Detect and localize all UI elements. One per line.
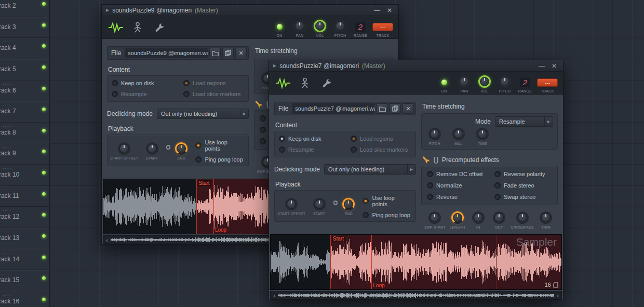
track-row[interactable]: ....Track 11 bbox=[0, 186, 50, 207]
radio-normalize[interactable]: Normalize bbox=[427, 182, 494, 189]
tab-sample[interactable] bbox=[272, 72, 294, 95]
start-knob-group[interactable]: START bbox=[311, 198, 328, 216]
start-offset-knob-group[interactable]: START OFFSET bbox=[278, 198, 305, 216]
track-button[interactable]: --- bbox=[537, 78, 558, 87]
pitch-knob-group[interactable]: PITCH bbox=[495, 73, 514, 93]
length-display[interactable]: 16 bbox=[545, 282, 558, 288]
radio-use-loop-points[interactable]: Use loop points bbox=[195, 139, 243, 152]
on-led-group[interactable]: ON bbox=[270, 17, 289, 37]
range-display-group[interactable]: 2 RANGE bbox=[516, 73, 534, 93]
in-knob[interactable] bbox=[474, 213, 483, 222]
pitch-knob[interactable] bbox=[336, 21, 345, 31]
loop-marker[interactable]: Loop bbox=[213, 179, 214, 234]
track-row[interactable]: ....Track 5 bbox=[0, 59, 50, 81]
minimize-button[interactable]: — bbox=[537, 62, 546, 70]
on-led[interactable] bbox=[441, 79, 447, 85]
track-row[interactable]: ....Track 16 bbox=[0, 291, 50, 307]
pan-knob-group[interactable]: PAN bbox=[455, 73, 474, 93]
pan-knob-group[interactable]: PAN bbox=[290, 17, 309, 37]
radio-ping-pong-loop[interactable]: Ping pong loop bbox=[363, 212, 410, 218]
start-knob-group[interactable]: START bbox=[143, 142, 161, 160]
collapse-arrow-icon[interactable]: ▶ bbox=[273, 63, 276, 68]
tab-instrument[interactable] bbox=[127, 16, 149, 39]
tempo-sync-icon[interactable] bbox=[333, 201, 338, 205]
collapse-arrow-icon[interactable]: ▶ bbox=[106, 8, 109, 12]
track-row[interactable]: ....Track 13 bbox=[0, 228, 50, 249]
end-knob-group[interactable]: END bbox=[172, 142, 190, 160]
end-knob[interactable] bbox=[177, 144, 186, 153]
track-row[interactable]: ....Track 2 bbox=[0, 0, 50, 17]
vol-knob[interactable] bbox=[315, 21, 325, 31]
pan-knob[interactable] bbox=[460, 77, 469, 86]
radio-load-slice-markers[interactable]: Load slice markers bbox=[351, 146, 411, 153]
ts-mul-knob-group[interactable]: MUL bbox=[450, 128, 467, 145]
start-marker[interactable]: Start bbox=[330, 235, 331, 289]
close-button[interactable]: ✕ bbox=[549, 62, 559, 70]
track-mute-led[interactable] bbox=[42, 65, 46, 69]
declicking-dropdown[interactable]: Out only (no bleeding) ▸ bbox=[324, 164, 416, 175]
declicking-dropdown[interactable]: Out only (no bleeding) ▸ bbox=[157, 109, 249, 119]
out-knob-group[interactable]: OUT bbox=[490, 211, 508, 229]
radio-load-slice-markers[interactable]: Load slice markers bbox=[183, 91, 244, 97]
track-row[interactable]: ....Track 10 bbox=[0, 165, 50, 186]
radio-use-loop-points[interactable]: Use loop points bbox=[363, 195, 410, 207]
end-knob[interactable] bbox=[344, 199, 353, 209]
tab-instrument[interactable] bbox=[294, 72, 316, 95]
scroll-left-icon[interactable]: ‹ bbox=[103, 237, 111, 243]
open-file-button[interactable] bbox=[209, 48, 221, 58]
track-mute-led[interactable] bbox=[42, 23, 46, 27]
radio-swap-stereo[interactable]: Swap stereo bbox=[494, 194, 552, 200]
ts-time-knob-group[interactable]: TIME bbox=[474, 128, 491, 145]
track-mute-led[interactable] bbox=[42, 192, 46, 196]
ts-time-knob[interactable] bbox=[478, 129, 487, 139]
track-mute-led[interactable] bbox=[42, 298, 46, 301]
tempo-sync-icon[interactable] bbox=[166, 145, 171, 150]
titlebar[interactable]: ▶ soundsPuzzle7 @imagomeri (Master) — ✕ bbox=[269, 60, 563, 72]
track-button-group[interactable]: --- TRACK bbox=[371, 17, 394, 37]
track-row[interactable]: ....Track 9 bbox=[0, 143, 50, 165]
track-mute-led[interactable] bbox=[42, 129, 46, 132]
smp-start-knob-group[interactable]: SMP START bbox=[424, 211, 446, 229]
track-button-group[interactable]: --- TRACK bbox=[536, 73, 559, 93]
end-knob-group[interactable]: END bbox=[340, 198, 357, 216]
scrollbar-thumbnail[interactable] bbox=[278, 292, 554, 299]
range-value[interactable]: 2 bbox=[355, 22, 366, 32]
vol-knob[interactable] bbox=[480, 77, 489, 86]
track-mute-led[interactable] bbox=[42, 234, 46, 238]
track-button[interactable]: --- bbox=[372, 23, 393, 31]
scroll-left-icon[interactable]: ‹ bbox=[271, 292, 278, 299]
trim-knob-group[interactable]: TRIM bbox=[537, 211, 555, 229]
radio-load-regions[interactable]: Load regions bbox=[351, 136, 411, 142]
pan-knob[interactable] bbox=[295, 21, 304, 31]
radio-keep-on-disk[interactable]: Keep on disk bbox=[112, 80, 183, 86]
radio-ping-pong-loop[interactable]: Ping pong loop bbox=[195, 156, 243, 163]
radio-load-regions[interactable]: Load regions bbox=[183, 80, 244, 86]
sampler-window-soundspuzzle7[interactable]: ▶ soundsPuzzle7 @imagomeri (Master) — ✕ bbox=[269, 60, 564, 300]
start-offset-knob-group[interactable]: START OFFSET bbox=[111, 142, 138, 160]
ts-pitch-knob-group[interactable]: PITCH bbox=[426, 128, 444, 145]
tab-sample[interactable] bbox=[105, 16, 127, 39]
clear-sample-button[interactable]: ✕ bbox=[235, 48, 247, 58]
vol-knob-group[interactable]: VOL bbox=[475, 73, 494, 93]
stretch-mode-dropdown[interactable]: Resample ▸ bbox=[495, 116, 553, 127]
track-mute-led[interactable] bbox=[42, 256, 46, 259]
scroll-right-icon[interactable]: › bbox=[554, 292, 561, 299]
copy-sample-button[interactable] bbox=[222, 48, 234, 58]
ts-pitch-knob[interactable] bbox=[430, 129, 439, 139]
vol-knob-group[interactable]: VOL bbox=[311, 17, 329, 37]
out-knob[interactable] bbox=[494, 213, 504, 222]
crossfade-knob-group[interactable]: CROSSFADE bbox=[511, 211, 534, 229]
range-display-group[interactable]: 2 RANGE bbox=[351, 17, 370, 37]
crossfade-knob[interactable] bbox=[518, 213, 527, 222]
track-row[interactable]: ....Track 7 bbox=[0, 101, 50, 123]
ts-mul-knob[interactable] bbox=[454, 129, 463, 139]
track-mute-led[interactable] bbox=[42, 171, 46, 175]
start-marker[interactable]: Start bbox=[196, 179, 197, 234]
region-marker[interactable] bbox=[496, 235, 497, 289]
waveform-display[interactable]: Start Loop Sampler 16 bbox=[270, 234, 562, 290]
smp-start-knob[interactable] bbox=[430, 213, 439, 222]
track-row[interactable]: ....Track 4 bbox=[0, 38, 50, 59]
file-name-field[interactable]: soundsPuzzle7 @imagomeri.wav bbox=[292, 103, 375, 114]
file-name-field[interactable]: soundsPuzzle9 @imagomeri.wav bbox=[125, 48, 208, 58]
pitch-knob[interactable] bbox=[500, 77, 509, 86]
